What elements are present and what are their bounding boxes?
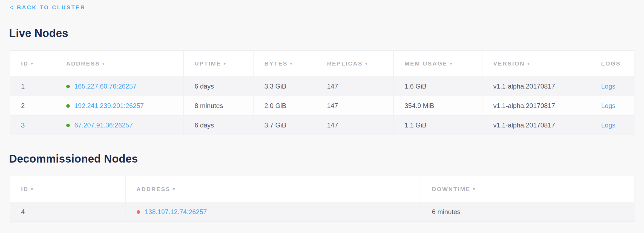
column-header-label: VERSION [493,60,525,67]
node-replicas-cell: 147 [316,96,393,116]
node-address-cell: 138.197.12.74:26257 [125,202,421,222]
column-header-label: ADDRESS [66,60,100,67]
node-id-cell: 3 [10,116,55,135]
decommissioned-nodes-table: ID▾ ADDRESS▾ DOWNTIME▾ 4 138.197.12.74:2… [10,176,634,222]
column-header-label: MEM USAGE [405,60,448,67]
node-uptime-cell: 8 minutes [183,96,253,116]
live-nodes-title: Live Nodes [9,27,644,39]
column-header-label: REPLICAS [327,60,363,67]
column-header-label: ID [21,186,28,192]
sort-arrow-icon: ▾ [473,187,476,191]
column-header-label: ADDRESS [137,186,171,192]
table-row: 2 192.241.239.201:26257 8 minutes 2.0 Gi… [10,96,634,116]
sort-arrow-icon: ▾ [31,187,34,191]
sort-arrow-icon: ▾ [224,61,227,66]
sort-arrow-icon: ▾ [527,61,530,66]
table-row: 4 138.197.12.74:26257 6 minutes [10,202,634,222]
back-arrow-icon: < [10,4,14,10]
node-downtime-cell: 6 minutes [421,202,634,222]
column-header-label: UPTIME [195,60,221,67]
node-id-cell: 2 [10,96,55,116]
node-bytes-cell: 3.7 GiB [253,116,316,135]
node-decommissioned-status-icon [137,210,140,214]
node-version-cell: v1.1-alpha.20170817 [482,96,590,116]
column-header-id[interactable]: ID▾ [10,176,125,202]
node-uptime-cell: 6 days [183,77,253,96]
table-row: 3 67.207.91.36:26257 6 days 3.7 GiB 147 … [10,116,634,135]
node-id-cell: 4 [10,202,125,222]
node-logs-cell: Logs [590,77,634,96]
node-address-cell: 165.227.60.76:26257 [55,77,183,96]
decommissioned-nodes-header-row: ID▾ ADDRESS▾ DOWNTIME▾ [10,176,634,202]
node-version-cell: v1.1-alpha.20170817 [482,77,590,96]
live-nodes-table: ID▾ ADDRESS▾ UPTIME▾ BYTES▾ REPLICAS▾ ME… [10,50,634,135]
column-header-logs: LOGS [590,51,634,77]
column-header-label: DOWNTIME [432,186,471,192]
table-row: 1 165.227.60.76:26257 6 days 3.3 GiB 147… [10,77,634,96]
column-header-replicas[interactable]: REPLICAS▾ [316,51,393,77]
column-header-id[interactable]: ID▾ [10,51,55,77]
column-header-label: BYTES [264,60,288,67]
node-logs-link[interactable]: Logs [601,83,616,90]
node-address-link[interactable]: 138.197.12.74:26257 [145,208,207,215]
sort-arrow-icon: ▾ [173,187,176,191]
column-header-label: LOGS [601,60,621,67]
node-live-status-icon [66,104,70,108]
back-to-cluster-link[interactable]: <BACK TO CLUSTER [10,4,85,11]
node-logs-link[interactable]: Logs [601,102,616,109]
column-header-downtime[interactable]: DOWNTIME▾ [421,176,634,202]
node-replicas-cell: 147 [316,77,393,96]
node-address-link[interactable]: 165.227.60.76:26257 [74,83,137,90]
sort-arrow-icon: ▾ [102,61,105,66]
column-header-bytes[interactable]: BYTES▾ [253,51,316,77]
live-nodes-header-row: ID▾ ADDRESS▾ UPTIME▾ BYTES▾ REPLICAS▾ ME… [10,51,634,77]
node-uptime-cell: 6 days [183,116,253,135]
node-version-cell: v1.1-alpha.20170817 [482,116,590,135]
node-replicas-cell: 147 [316,116,393,135]
node-mem-usage-cell: 1.1 GiB [393,116,482,135]
column-header-address[interactable]: ADDRESS▾ [55,51,183,77]
node-logs-cell: Logs [590,116,634,135]
column-header-address[interactable]: ADDRESS▾ [125,176,421,202]
sort-arrow-icon: ▾ [290,61,293,66]
node-live-status-icon [66,124,70,127]
sort-arrow-icon: ▾ [31,61,34,66]
node-address-cell: 67.207.91.36:26257 [55,116,183,135]
column-header-uptime[interactable]: UPTIME▾ [183,51,253,77]
node-mem-usage-cell: 1.6 GiB [393,77,482,96]
node-live-status-icon [66,85,70,88]
column-header-version[interactable]: VERSION▾ [482,51,590,77]
sort-arrow-icon: ▾ [450,61,453,66]
node-address-link[interactable]: 67.207.91.36:26257 [74,121,133,129]
node-bytes-cell: 3.3 GiB [253,77,316,96]
node-address-link[interactable]: 192.241.239.201:26257 [74,102,144,109]
node-address-cell: 192.241.239.201:26257 [55,96,183,116]
column-header-label: ID [21,60,28,67]
node-bytes-cell: 2.0 GiB [253,96,316,116]
sort-arrow-icon: ▾ [365,61,368,66]
node-mem-usage-cell: 354.9 MiB [393,96,482,116]
node-logs-link[interactable]: Logs [601,121,616,129]
column-header-mem-usage[interactable]: MEM USAGE▾ [393,51,482,77]
node-logs-cell: Logs [590,96,634,116]
back-link-label: BACK TO CLUSTER [17,4,86,10]
node-id-cell: 1 [10,77,55,96]
decommissioned-nodes-title: Decommissioned Nodes [9,153,644,165]
